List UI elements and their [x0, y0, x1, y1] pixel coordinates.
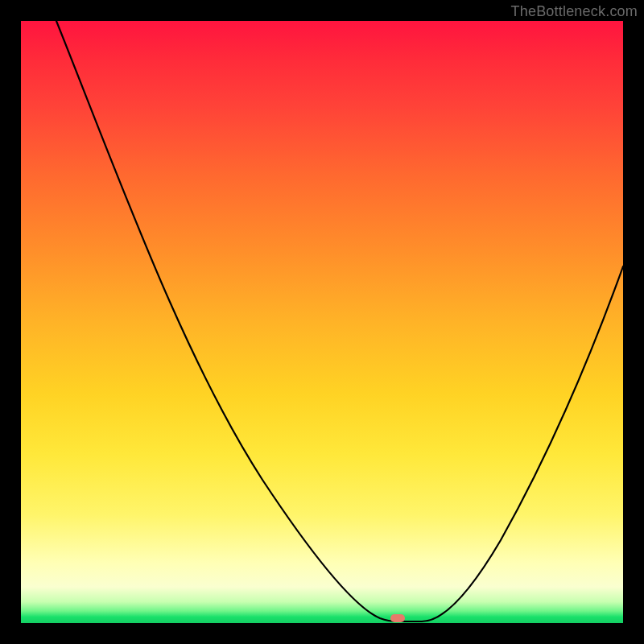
bottleneck-curve	[21, 21, 623, 623]
plot-area	[21, 21, 623, 623]
chart-frame: TheBottleneck.com	[0, 0, 644, 644]
curve-path	[56, 21, 623, 621]
optimal-marker	[390, 614, 405, 622]
watermark-text: TheBottleneck.com	[511, 3, 638, 20]
